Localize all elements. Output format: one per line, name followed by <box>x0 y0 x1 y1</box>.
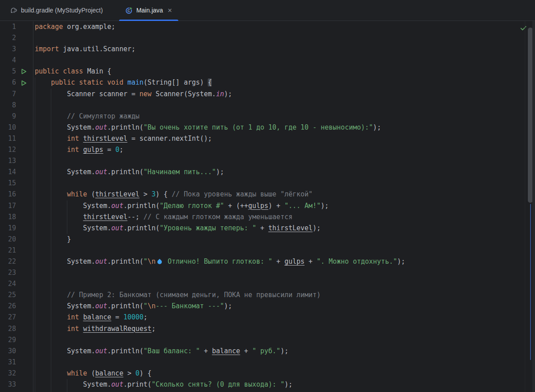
gutter-row[interactable]: 13 <box>0 155 33 167</box>
line-number[interactable]: 27 <box>0 312 16 323</box>
gutter-row[interactable]: 7 <box>0 89 33 100</box>
line-number[interactable]: 19 <box>0 223 16 234</box>
line-number[interactable]: 9 <box>0 111 16 122</box>
line-number[interactable]: 12 <box>0 144 16 155</box>
run-icon[interactable] <box>19 77 29 88</box>
code-line[interactable] <box>35 335 526 346</box>
line-number[interactable]: 6 <box>0 77 16 88</box>
gutter-row[interactable]: 31 <box>0 357 33 368</box>
code-line[interactable]: // Симулятор жажды <box>35 111 526 122</box>
code-line[interactable] <box>35 178 526 189</box>
line-number[interactable]: 22 <box>0 256 16 267</box>
gutter-row[interactable]: 6 <box>0 77 33 88</box>
code-line[interactable]: package org.example; <box>35 21 526 33</box>
gutter-row[interactable]: 20 <box>0 234 33 245</box>
line-number[interactable]: 5 <box>0 66 16 77</box>
gutter-row[interactable]: 29 <box>0 335 33 346</box>
line-number[interactable]: 24 <box>0 278 16 290</box>
tab-main-java[interactable]: C Main.java ✕ <box>119 0 179 20</box>
gutter-row[interactable]: 21 <box>0 245 33 256</box>
gutter-row[interactable]: 8 <box>0 100 33 111</box>
gutter-row[interactable]: 26 <box>0 301 33 312</box>
code-line[interactable] <box>35 100 526 111</box>
gutter-row[interactable]: 16 <box>0 189 33 200</box>
line-number[interactable]: 17 <box>0 200 16 212</box>
code-line[interactable]: } <box>35 234 526 245</box>
code-line[interactable]: System.out.println("Ваш баланс: " + bala… <box>35 346 526 357</box>
gutter-row[interactable]: 5 <box>0 66 33 77</box>
line-number[interactable]: 20 <box>0 234 16 245</box>
line-number[interactable]: 25 <box>0 290 16 301</box>
line-number[interactable]: 29 <box>0 335 16 346</box>
line-number[interactable]: 28 <box>0 323 16 335</box>
line-number[interactable]: 11 <box>0 133 16 144</box>
line-number[interactable]: 33 <box>0 379 16 390</box>
run-icon[interactable] <box>19 66 29 77</box>
line-number[interactable]: 10 <box>0 122 16 133</box>
code-line[interactable]: // Пример 2: Банкомат (снимаем деньги, П… <box>35 290 526 301</box>
code-line[interactable]: public static void main(String[] args) { <box>35 77 526 88</box>
code-line[interactable]: public class Main { <box>35 66 526 77</box>
gutter-row[interactable]: 17 <box>0 200 33 212</box>
code-line[interactable]: System.out.print("Сколько снять? (0 для … <box>35 379 526 390</box>
code-line[interactable] <box>35 278 526 290</box>
gutter-row[interactable]: 9 <box>0 111 33 122</box>
gutter-row[interactable]: 18 <box>0 212 33 223</box>
tab-build-gradle[interactable]: build.gradle (MyStudyProject) <box>4 0 109 20</box>
gutter-row[interactable]: 27 <box>0 312 33 323</box>
code-editor[interactable]: 1234567891011121314151617181920212223242… <box>0 21 535 392</box>
code-line[interactable]: thirstLevel--; // С каждым глотком жажда… <box>35 212 526 223</box>
code-line[interactable]: int gulps = 0; <box>35 144 526 155</box>
gutter-row[interactable]: 2 <box>0 33 33 44</box>
line-number[interactable]: 32 <box>0 368 16 379</box>
gutter-row[interactable]: 4 <box>0 55 33 66</box>
line-number[interactable]: 16 <box>0 189 16 200</box>
line-number[interactable]: 31 <box>0 357 16 368</box>
code-line[interactable]: System.out.println("Начинаем пить..."); <box>35 167 526 178</box>
gutter-row[interactable]: 25 <box>0 290 33 301</box>
line-number[interactable]: 13 <box>0 155 16 167</box>
gutter-row[interactable]: 33 <box>0 379 33 390</box>
gutter-row[interactable]: 19 <box>0 223 33 234</box>
gutter-row[interactable]: 3 <box>0 44 33 55</box>
line-number[interactable]: 21 <box>0 245 16 256</box>
line-number[interactable]: 23 <box>0 267 16 278</box>
code-line[interactable]: System.out.println("Делаю глоток #" + (+… <box>35 200 526 212</box>
code-line[interactable]: System.out.println("Вы очень хотите пить… <box>35 122 526 133</box>
line-number[interactable]: 15 <box>0 178 16 189</box>
code-line[interactable] <box>35 357 526 368</box>
code-line[interactable] <box>35 267 526 278</box>
code-line[interactable]: while (thirstLevel > 3) { // Пока уровен… <box>35 189 526 200</box>
code-line[interactable] <box>35 55 526 66</box>
gutter-row[interactable]: 11 <box>0 133 33 144</box>
code-line[interactable]: int balance = 10000; <box>35 312 526 323</box>
gutter-row[interactable]: 23 <box>0 267 33 278</box>
line-number[interactable]: 4 <box>0 55 16 66</box>
line-number[interactable]: 30 <box>0 346 16 357</box>
gutter-row[interactable]: 1 <box>0 21 33 33</box>
line-number[interactable]: 2 <box>0 33 16 44</box>
code-line[interactable]: int withdrawalRequest; <box>35 323 526 335</box>
code-line[interactable]: int thirstLevel = scanner.nextInt(); <box>35 133 526 144</box>
gutter-row[interactable]: 30 <box>0 346 33 357</box>
code-line[interactable] <box>35 155 526 167</box>
line-number[interactable]: 3 <box>0 44 16 55</box>
gutter-row[interactable]: 15 <box>0 178 33 189</box>
gutter-row[interactable]: 22 <box>0 256 33 267</box>
gutter-row[interactable]: 32 <box>0 368 33 379</box>
gutter-row[interactable]: 24 <box>0 278 33 290</box>
line-number[interactable]: 7 <box>0 89 16 100</box>
code-line[interactable] <box>35 245 526 256</box>
code-line[interactable] <box>35 33 526 44</box>
code-line[interactable]: System.out.println("\n Отлично! Выпито г… <box>35 256 526 267</box>
code-line[interactable]: while (balance > 0) { <box>35 368 526 379</box>
gutter-row[interactable]: 14 <box>0 167 33 178</box>
gutter-row[interactable]: 10 <box>0 122 33 133</box>
line-number[interactable]: 8 <box>0 100 16 111</box>
line-number[interactable]: 26 <box>0 301 16 312</box>
line-number[interactable]: 14 <box>0 167 16 178</box>
code-line[interactable]: System.out.println("Уровень жажды теперь… <box>35 223 526 234</box>
code-line[interactable]: Scanner scanner = new Scanner(System.in)… <box>35 89 526 100</box>
line-number[interactable]: 18 <box>0 212 16 223</box>
line-number[interactable]: 1 <box>0 21 16 33</box>
